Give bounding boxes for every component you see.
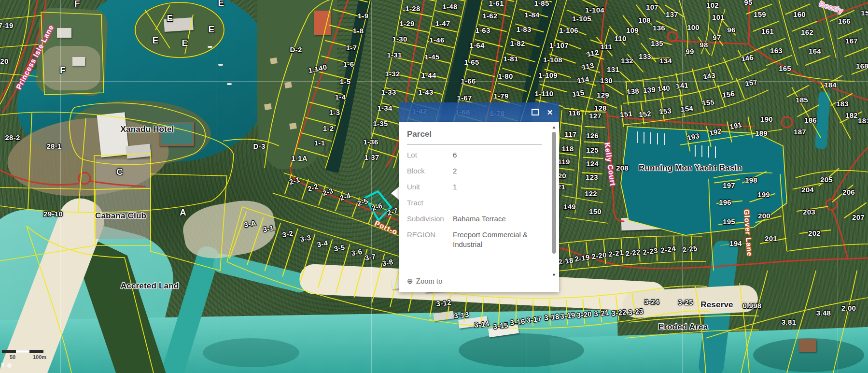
parcel-label[interactable]: 1-62 bbox=[482, 12, 497, 20]
parcel-label[interactable]: 98 bbox=[700, 41, 708, 49]
parcel-label[interactable]: 136 bbox=[653, 24, 665, 32]
parcel-label[interactable]: 97 bbox=[713, 33, 721, 42]
parcel-label[interactable]: 1-46 bbox=[429, 36, 444, 44]
maximize-button[interactable] bbox=[529, 106, 542, 118]
parcel-label[interactable]: 192 bbox=[709, 127, 723, 137]
parcel-label[interactable]: 1-80 bbox=[498, 72, 513, 80]
parcel-label[interactable]: 15 bbox=[861, 9, 868, 17]
parcel-label[interactable]: 2-22 bbox=[625, 247, 641, 258]
parcel-label[interactable]: 1-35 bbox=[373, 119, 388, 128]
parcel-label[interactable]: 123 bbox=[586, 173, 598, 181]
parcel-label[interactable]: 184 bbox=[824, 81, 837, 89]
parcel-label[interactable]: 96 bbox=[727, 26, 735, 34]
parcel-label[interactable]: 1-108 bbox=[543, 56, 562, 64]
parcel-label[interactable]: 1-2 bbox=[323, 124, 334, 132]
parcel-label[interactable]: 3-24 bbox=[644, 298, 659, 306]
parcel-label[interactable]: 189 bbox=[755, 129, 768, 137]
parcel-label[interactable]: 2-24 bbox=[660, 244, 676, 254]
parcel-label[interactable]: 205 bbox=[820, 175, 833, 184]
parcel-label[interactable]: 3-16 bbox=[510, 317, 526, 327]
parcel-label[interactable]: 193 bbox=[686, 131, 700, 142]
parcel-label[interactable]: 1-44 bbox=[421, 71, 436, 79]
parcel-label[interactable]: 163 bbox=[770, 46, 783, 55]
parcel-label[interactable]: 165 bbox=[779, 64, 791, 72]
parcel-label[interactable]: 1-61 bbox=[489, 0, 504, 7]
parcel-label[interactable]: 1-6 bbox=[343, 60, 354, 68]
parcel-label[interactable]: 1-67 bbox=[457, 94, 472, 102]
parcel-label[interactable]: 2-1 bbox=[288, 175, 301, 186]
parcel-label[interactable]: 3-7 bbox=[364, 252, 376, 262]
parcel-label[interactable]: 1-1 bbox=[314, 139, 325, 147]
parcel-label[interactable]: 1-33 bbox=[381, 88, 396, 96]
parcel-label[interactable]: 111 bbox=[601, 43, 612, 51]
parcel-label[interactable]: 206 bbox=[842, 188, 855, 196]
parcel-label[interactable]: 119 bbox=[558, 158, 570, 166]
zoom-to-link[interactable]: ⊕ Zoom to bbox=[407, 277, 442, 286]
parcel-label[interactable]: 128 bbox=[594, 104, 607, 112]
parcel-label[interactable]: 3-6 bbox=[350, 247, 363, 258]
parcel-label[interactable]: 154 bbox=[680, 104, 693, 113]
parcel-label[interactable]: 3-22 bbox=[611, 308, 627, 317]
parcel-label[interactable]: 125 bbox=[586, 146, 599, 154]
parcel-label[interactable]: 140 bbox=[657, 84, 670, 93]
parcel-label[interactable]: 102 bbox=[706, 1, 719, 9]
parcel-label[interactable]: 132 bbox=[621, 57, 633, 65]
parcel-label[interactable]: 130 bbox=[600, 76, 613, 85]
parcel-label[interactable]: 1-81 bbox=[503, 55, 518, 63]
parcel-label[interactable]: 99 bbox=[686, 47, 694, 56]
parcel-label[interactable]: 3-18 bbox=[544, 312, 560, 322]
parcel-label[interactable]: 1-63 bbox=[475, 26, 490, 34]
popup-header[interactable]: ✕ bbox=[399, 102, 559, 122]
parcel-label[interactable]: 3-4 bbox=[316, 239, 328, 249]
parcel-label[interactable]: 162 bbox=[801, 28, 813, 36]
parcel-label[interactable]: 1-45 bbox=[424, 53, 439, 61]
parcel-label[interactable]: 3-5 bbox=[333, 243, 345, 253]
parcel-label[interactable]: 113 bbox=[581, 61, 595, 71]
parcel-label[interactable]: 110 bbox=[614, 34, 626, 43]
parcel-label[interactable]: 181 bbox=[858, 116, 868, 125]
parcel-label[interactable]: 202 bbox=[808, 229, 821, 237]
parcel-label[interactable]: 138 bbox=[626, 86, 639, 96]
parcel-label[interactable]: E bbox=[182, 38, 188, 48]
parcel-label[interactable]: D-2 bbox=[290, 45, 302, 54]
parcel-label[interactable]: 3-17 bbox=[526, 315, 542, 324]
parcel-label[interactable]: 198 bbox=[745, 176, 757, 184]
parcel-label[interactable]: 1-31 bbox=[387, 51, 402, 59]
parcel-label[interactable]: 133 bbox=[639, 52, 651, 60]
parcel-label[interactable]: 1-82 bbox=[510, 39, 525, 47]
parcel-label[interactable]: 117 bbox=[564, 130, 576, 138]
parcel-label[interactable]: 122 bbox=[585, 189, 597, 198]
parcel-label[interactable]: 1-29 bbox=[399, 19, 414, 28]
parcel-label[interactable]: 197 bbox=[723, 181, 735, 189]
parcel-label[interactable]: 28-1 bbox=[46, 142, 61, 150]
parcel-label[interactable]: 156 bbox=[722, 89, 735, 99]
parcel-label[interactable]: 1-104 bbox=[585, 6, 604, 14]
parcel-label[interactable]: 143 bbox=[702, 71, 716, 81]
parcel-label[interactable]: 108 bbox=[638, 16, 651, 24]
parcel-label[interactable]: E bbox=[153, 35, 159, 46]
parcel-label[interactable]: F bbox=[60, 65, 66, 76]
parcel-label[interactable]: 3-2 bbox=[281, 229, 294, 239]
parcel-label[interactable]: 1-85 bbox=[534, 0, 549, 7]
parcel-label[interactable]: 1-32 bbox=[385, 70, 400, 78]
scroll-down-arrow[interactable]: ▼ bbox=[551, 273, 557, 277]
parcel-label[interactable]: 3-23 bbox=[628, 307, 644, 316]
parcel-label[interactable]: 2-19 bbox=[574, 253, 590, 263]
parcel-label[interactable]: 3.48 bbox=[816, 309, 831, 317]
parcel-label[interactable]: 190 bbox=[760, 115, 773, 123]
parcel-label[interactable]: 186 bbox=[804, 116, 817, 124]
map-canvas[interactable]: 7-1920FFEEEEEPrincess Isle Lane28-228-1X… bbox=[0, 0, 868, 373]
parcel-label[interactable]: 1-47 bbox=[435, 19, 450, 28]
parcel-label[interactable]: 152 bbox=[638, 109, 651, 118]
parcel-label[interactable]: 168 bbox=[856, 62, 868, 70]
parcel-label[interactable]: 159 bbox=[754, 10, 766, 18]
scrollbar-thumb[interactable] bbox=[552, 132, 556, 254]
parcel-label[interactable]: 191 bbox=[729, 120, 743, 131]
parcel-label[interactable]: 1-83 bbox=[516, 25, 531, 33]
parcel-label[interactable]: 164 bbox=[809, 47, 821, 55]
parcel-label[interactable]: 139 bbox=[643, 85, 656, 94]
parcel-label[interactable]: F bbox=[74, 0, 80, 9]
parcel-label[interactable]: 1-105 bbox=[572, 14, 591, 23]
parcel-label[interactable]: 107 bbox=[646, 3, 658, 11]
parcel-label[interactable]: 101 bbox=[712, 13, 725, 21]
